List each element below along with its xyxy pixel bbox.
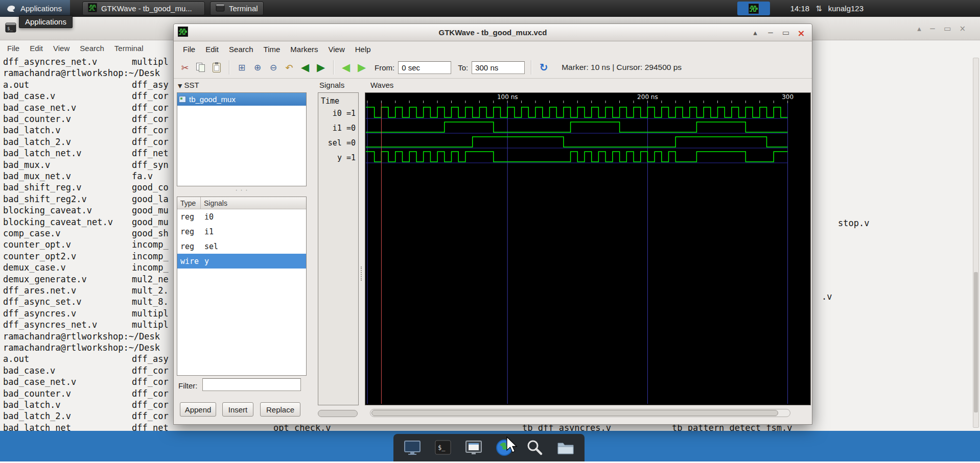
filter-input[interactable] <box>202 378 301 391</box>
zoom-out-icon[interactable]: ⊖ <box>267 61 279 74</box>
terminal-app-icon: $_ <box>5 22 16 35</box>
shift-right-icon[interactable]: ▶ <box>356 61 368 74</box>
goto-start-icon[interactable]: ◀ <box>299 61 311 74</box>
gtkwave-menu-edit[interactable]: Edit <box>200 43 224 55</box>
updown-indicator-icon[interactable]: ⇅ <box>815 4 822 13</box>
signal-table-row-i0[interactable]: regi0 <box>177 209 306 224</box>
sst-tree[interactable]: tb_good_mux <box>177 92 307 186</box>
username[interactable]: kunalg123 <box>828 4 864 13</box>
signal-label-sel[interactable]: sel =0 <box>328 138 356 148</box>
terminal-fragment: stop.v <box>838 218 869 228</box>
to-label: To: <box>458 63 468 72</box>
svg-text:100 ns: 100 ns <box>497 93 518 101</box>
terminal-menu-file[interactable]: File <box>2 42 25 54</box>
gtkwave-task-icon <box>88 3 97 14</box>
gtkwave-menu-search[interactable]: Search <box>224 43 259 55</box>
module-icon <box>179 96 186 103</box>
svg-text:300: 300 <box>782 93 794 101</box>
paste-icon[interactable] <box>211 61 223 74</box>
terminal-menu-view[interactable]: View <box>48 42 75 54</box>
top-panel: Applications GTKWave - tb_good_mu... Ter… <box>0 0 980 17</box>
waves-scrollbar[interactable] <box>370 409 790 417</box>
waves-canvas[interactable]: 100 ns200 ns300 <box>365 93 810 405</box>
gtkwave-menu-help[interactable]: Help <box>350 43 376 55</box>
applications-menu-button[interactable]: Applications <box>0 0 70 17</box>
time-label: Time <box>321 96 339 106</box>
append-button[interactable]: Append <box>180 402 216 417</box>
waves-box[interactable]: 100 ns200 ns300 <box>365 92 811 405</box>
shift-left-icon[interactable]: ◀ <box>340 61 352 74</box>
applications-label: Applications <box>20 4 62 13</box>
goto-end-icon[interactable]: ▶ <box>315 61 327 74</box>
terminal-menu-edit[interactable]: Edit <box>25 42 48 54</box>
sst-header[interactable]: ▼SST <box>178 81 199 89</box>
svg-text:200 ns: 200 ns <box>637 93 658 101</box>
show-desktop-icon[interactable] <box>403 438 422 457</box>
minimize-button[interactable]: − <box>766 28 775 37</box>
file-manager-icon[interactable] <box>464 438 483 457</box>
terminal-close-button[interactable]: × <box>959 24 966 33</box>
signal-label-y[interactable]: y =1 <box>337 153 356 162</box>
toolbar-separator <box>531 60 531 75</box>
pane-handle[interactable] <box>361 266 363 281</box>
gtkwave-window: GTKWave - tb_good_mux.vcd ▴ − ▭ × FileEd… <box>173 23 812 425</box>
tree-item-label: tb_good_mux <box>189 95 236 104</box>
signal-table-row-i1[interactable]: regi1 <box>177 224 306 239</box>
folder-icon[interactable] <box>556 438 575 457</box>
applications-tooltip: Applications <box>19 15 73 28</box>
terminal-menu-search[interactable]: Search <box>75 42 109 54</box>
dock: $_ <box>393 434 585 461</box>
gtkwave-menu-file[interactable]: File <box>178 43 200 55</box>
terminal-icon[interactable]: $_ <box>433 438 453 457</box>
taskbar-item-gtkwave[interactable]: GTKWave - tb_good_mu... <box>82 2 205 15</box>
signals-box[interactable]: Time i0 =1i1 =0sel =0y =1 <box>318 92 359 405</box>
gtkwave-titlebar[interactable]: GTKWave - tb_good_mux.vcd ▴ − ▭ × <box>174 24 812 41</box>
zoom-undo-icon[interactable]: ↶ <box>283 61 295 74</box>
taskbar-item-label: Terminal <box>229 4 258 13</box>
copy-icon[interactable] <box>195 61 207 74</box>
gtkwave-toolbar: ✂ ⊞ ⊕ ⊖ ↶ ◀ ▶ ◀ ▶ From: To: ↻ Marker: 10… <box>174 57 812 79</box>
gtkwave-menu-markers[interactable]: Markers <box>285 43 323 55</box>
search-icon[interactable] <box>525 438 545 457</box>
clock[interactable]: 14:18 <box>790 4 810 13</box>
tree-item-tb-good-mux[interactable]: tb_good_mux <box>177 93 306 106</box>
close-button[interactable]: × <box>797 28 806 38</box>
collapse-icon[interactable]: ▼ <box>178 83 182 89</box>
insert-button[interactable]: Insert <box>222 402 253 417</box>
filter-label: Filter: <box>178 381 198 390</box>
taskbar-item-terminal[interactable]: Terminal <box>210 2 264 15</box>
signal-table-header: Type Signals <box>177 197 306 209</box>
column-header-type[interactable]: Type <box>177 197 201 209</box>
toolbar-separator <box>229 60 229 75</box>
terminal-minimize-button[interactable]: − <box>929 24 936 33</box>
replace-button[interactable]: Replace <box>260 402 300 417</box>
signal-label-i0[interactable]: i0 =1 <box>333 109 356 118</box>
gtkwave-menu-time[interactable]: Time <box>259 43 286 55</box>
signal-label-i1[interactable]: i1 =0 <box>333 124 356 133</box>
window-title: GTKWave - tb_good_mux.vcd <box>174 28 812 37</box>
shade-button[interactable]: ▴ <box>751 28 760 37</box>
terminal-shade-button[interactable]: ▴ <box>917 24 921 33</box>
gtkwave-main: ▼SST tb_good_mux · · · Type Signals regi… <box>174 79 812 425</box>
reload-icon[interactable]: ↻ <box>538 61 550 74</box>
waves-scrollbar-thumb[interactable] <box>371 410 778 416</box>
signal-table: Type Signals regi0regi1regselwirey <box>177 197 307 376</box>
signal-table-row-y[interactable]: wirey <box>177 254 306 269</box>
zoom-in-icon[interactable]: ⊕ <box>251 61 264 74</box>
marker-cursor-status: Marker: 10 ns | Cursor: 294500 ps <box>562 63 682 72</box>
cut-icon[interactable]: ✂ <box>179 61 191 74</box>
terminal-menu-terminal[interactable]: Terminal <box>109 42 149 54</box>
to-input[interactable] <box>472 61 525 74</box>
tray-gtkwave-icon[interactable] <box>737 2 770 15</box>
toolbar-separator <box>333 60 334 75</box>
signal-table-row-sel[interactable]: regsel <box>177 239 306 254</box>
pane-splitter[interactable]: · · · <box>177 187 307 193</box>
gtkwave-menu-view[interactable]: View <box>323 43 350 55</box>
maximize-button[interactable]: ▭ <box>781 28 790 37</box>
from-input[interactable] <box>398 61 451 74</box>
signals-scrollbar[interactable] <box>318 410 358 417</box>
column-header-signals[interactable]: Signals <box>201 197 306 209</box>
zoom-fit-icon[interactable]: ⊞ <box>236 61 248 74</box>
terminal-maximize-button[interactable]: ▭ <box>944 24 951 33</box>
waves-panel-header: Waves <box>370 81 393 89</box>
